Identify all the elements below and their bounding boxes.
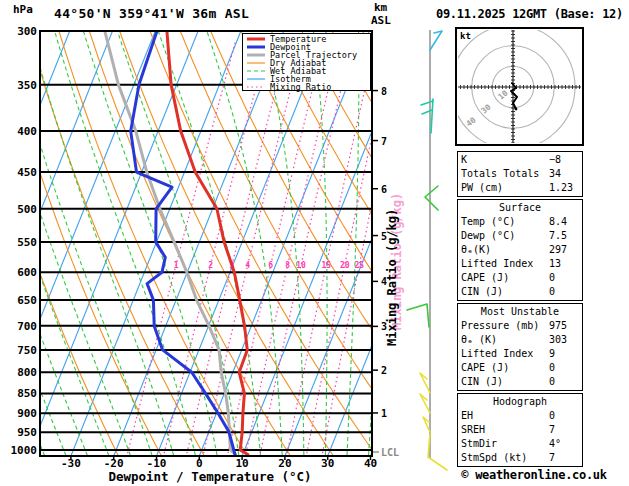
svg-text:4: 4	[245, 261, 250, 270]
table-row-label: CAPE (J)	[461, 361, 549, 375]
svg-text:450: 450	[17, 166, 37, 179]
legend-item-label: Mixing Ratio	[270, 83, 331, 91]
table-row-label: CAPE (J)	[461, 271, 549, 285]
svg-text:LCL: LCL	[381, 447, 399, 458]
table-row-label: Lifted Index	[461, 347, 549, 361]
svg-text:600: 600	[17, 266, 37, 279]
legend-item: Mixing Ratio	[246, 83, 370, 91]
surface-indices-box: SurfaceTemp (°C)8.4Dewp (°C)7.5θₑ(K)297L…	[457, 199, 583, 301]
table-row: Temp (°C)8.4	[461, 215, 579, 229]
table-row: StmDir4°	[461, 437, 579, 451]
table-row-label: Lifted Index	[461, 257, 549, 271]
svg-text:8: 8	[285, 261, 290, 270]
table-row-value: 1.23	[549, 181, 579, 195]
table-row: Dewp (°C)7.5	[461, 229, 579, 243]
legend-line-sample	[246, 51, 266, 59]
pressure-tick-labels: 3003504004505005506006507007508008509009…	[11, 25, 38, 457]
copyright-footer: © weatheronline.co.uk	[438, 468, 629, 482]
svg-text:900: 900	[17, 407, 37, 420]
table-row-label: SREH	[461, 423, 549, 437]
table-row: StmSpd (kt)7	[461, 451, 579, 465]
hodograph-indices-box: HodographEH0SREH7StmDir4°StmSpd (kt)7	[457, 393, 583, 467]
svg-text:700: 700	[17, 320, 37, 333]
table-section-title: Hodograph	[461, 395, 579, 409]
svg-text:25: 25	[355, 261, 365, 270]
svg-text:15: 15	[321, 261, 331, 270]
table-row-label: Totals Totals	[461, 167, 549, 181]
legend-line-sample	[246, 59, 266, 67]
pressure-gridlines	[40, 31, 372, 450]
indices-tables: K−8Totals Totals34PW (cm)1.23 SurfaceTem…	[457, 151, 583, 469]
legend-box: TemperatureDewpointParcel TrajectoryDry …	[242, 33, 371, 91]
table-row: CAPE (J)0	[461, 361, 579, 375]
table-row-label: θₑ(K)	[461, 243, 549, 257]
table-row: EH0	[461, 409, 579, 423]
svg-text:950: 950	[17, 426, 37, 439]
table-row-label: EH	[461, 409, 549, 423]
table-section-title: Most Unstable	[461, 305, 579, 319]
temperature-axis-title: Dewpoint / Temperature (°C)	[70, 469, 350, 484]
table-row-label: Dewp (°C)	[461, 229, 549, 243]
svg-text:500: 500	[17, 203, 37, 216]
svg-text:8: 8	[381, 86, 387, 97]
table-row: PW (cm)1.23	[461, 181, 579, 195]
table-row-value: −8	[549, 153, 579, 167]
mixing-ratio-labels: 12346810152025	[174, 261, 365, 270]
svg-text:1000: 1000	[11, 444, 38, 457]
svg-text:10: 10	[296, 261, 306, 270]
svg-text:800: 800	[17, 366, 37, 379]
table-section-title: Surface	[461, 201, 579, 215]
table-row: Totals Totals34	[461, 167, 579, 181]
table-row: CIN (J)0	[461, 375, 579, 389]
table-row: Lifted Index13	[461, 257, 579, 271]
table-row-label: Temp (°C)	[461, 215, 549, 229]
stability-indices-box: K−8Totals Totals34PW (cm)1.23	[457, 151, 583, 197]
table-row: K−8	[461, 153, 579, 167]
svg-text:7: 7	[381, 136, 387, 147]
table-row-value: 0	[549, 271, 579, 285]
table-row-value: 0	[549, 285, 579, 299]
hodograph: 103040kt	[447, 21, 584, 154]
table-row-label: PW (cm)	[461, 181, 549, 195]
svg-text:1: 1	[381, 408, 387, 419]
table-row-label: K	[461, 153, 549, 167]
svg-text:300: 300	[17, 25, 37, 38]
table-row-value: 297	[549, 243, 579, 257]
table-row-value: 8.4	[549, 215, 579, 229]
table-row-value: 0	[549, 409, 579, 423]
table-row-value: 7.5	[549, 229, 579, 243]
legend-line-sample	[246, 43, 266, 51]
table-row: Pressure (mb)975	[461, 319, 579, 333]
table-row-label: CIN (J)	[461, 285, 549, 299]
table-row-value: 0	[549, 361, 579, 375]
legend-line-sample	[246, 75, 266, 83]
svg-text:400: 400	[17, 125, 37, 138]
svg-text:650: 650	[17, 294, 37, 307]
svg-text:750: 750	[17, 344, 37, 357]
svg-text:20: 20	[340, 261, 350, 270]
table-row-value: 7	[549, 423, 579, 437]
table-row-value: 34	[549, 167, 579, 181]
svg-text:2: 2	[208, 261, 213, 270]
mixing-ratio-axis-label: Mixing Ratio (g/kg)	[385, 209, 399, 346]
table-row-value: 7	[549, 451, 579, 465]
table-row: Lifted Index9	[461, 347, 579, 361]
temperature-tick-labels: -30-20-10010203040	[61, 456, 377, 470]
svg-text:850: 850	[17, 387, 37, 400]
svg-text:40: 40	[364, 457, 377, 470]
skewt-sounding-app: hPa 44°50'N 359°41'W 36m ASL km ASL 09.1…	[0, 0, 629, 486]
table-row: θₑ(K)297	[461, 243, 579, 257]
table-row-value: 303	[549, 333, 579, 347]
table-row-value: 9	[549, 347, 579, 361]
svg-text:1: 1	[174, 261, 179, 270]
table-row: CIN (J)0	[461, 285, 579, 299]
svg-text:6: 6	[268, 261, 273, 270]
table-row-label: Pressure (mb)	[461, 319, 549, 333]
svg-text:550: 550	[17, 236, 37, 249]
table-row-value: 0	[549, 375, 579, 389]
table-row-label: StmSpd (kt)	[461, 451, 549, 465]
table-row-label: CIN (J)	[461, 375, 549, 389]
table-row-value: 4°	[549, 437, 579, 451]
table-row-value: 975	[549, 319, 579, 333]
svg-text:2: 2	[381, 365, 387, 376]
